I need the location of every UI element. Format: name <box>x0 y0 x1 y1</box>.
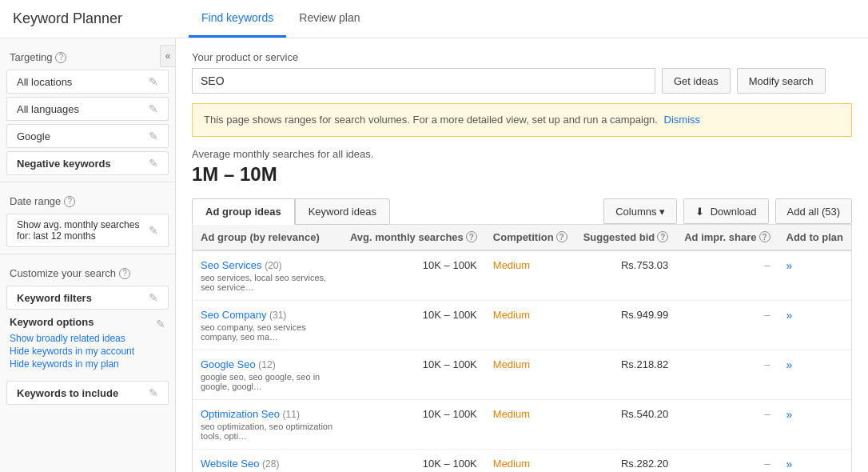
table-row: Website Seo (28) seo website, website se… <box>193 449 851 472</box>
add-to-plan-btn-1[interactable]: » <box>786 309 793 322</box>
show-broadly-related-link[interactable]: Show broadly related ideas <box>10 333 165 344</box>
table-row: Google Seo (12) google seo, seo google, … <box>193 350 851 399</box>
suggested-bid-help-icon[interactable]: ? <box>657 231 668 242</box>
avg-label: Average monthly searches for all ideas. <box>192 148 852 160</box>
search-input[interactable] <box>192 68 655 94</box>
th-avg-monthly: Avg. monthly searches ? <box>342 225 485 250</box>
table-row: Seo Services (20) seo services, local se… <box>193 250 851 301</box>
suggested-bid-cell-2: Rs.218.82 <box>575 350 677 399</box>
th-ad-group: Ad group (by relevance) <box>193 225 342 250</box>
main-content: Your product or service Get ideas Modify… <box>176 38 868 472</box>
sub-tabs: Ad group ideas Keyword ideas <box>192 198 390 225</box>
ad-group-keywords-3: seo optimization, seo optimization tools… <box>201 422 334 441</box>
competition-cell-4: Medium <box>485 449 575 472</box>
ad-impr-share-cell-0: – <box>676 250 778 301</box>
ad-impr-share-cell-1: – <box>676 300 778 350</box>
sidebar-item-date-range[interactable]: Show avg. monthly searches for: last 12 … <box>6 214 169 247</box>
edit-locations-icon[interactable]: ✎ <box>149 75 158 88</box>
add-to-plan-cell-3: » <box>778 399 852 449</box>
dismiss-link[interactable]: Dismiss <box>664 114 701 126</box>
get-ideas-button[interactable]: Get ideas <box>662 68 731 94</box>
customize-help-icon[interactable]: ? <box>119 268 130 279</box>
sidebar-item-keywords-to-include[interactable]: Keywords to include ✎ <box>6 381 169 405</box>
results-table: Ad group (by relevance) Avg. monthly sea… <box>193 225 851 473</box>
sidebar-collapse-button[interactable]: « <box>160 45 176 67</box>
body: Targeting ? All locations ✎ All language… <box>0 38 868 472</box>
sidebar: Targeting ? All locations ✎ All language… <box>0 38 176 472</box>
ad-impr-share-cell-3: – <box>676 399 778 449</box>
keyword-options-section: Keyword options ✎ Show broadly related i… <box>0 313 175 374</box>
avg-monthly-cell-3: 10K – 100K <box>342 399 485 449</box>
modify-search-button[interactable]: Modify search <box>737 68 826 94</box>
competition-cell-3: Medium <box>485 399 575 449</box>
download-icon: ⬇ <box>695 206 704 218</box>
hide-keywords-plan-link[interactable]: Hide keywords in my plan <box>10 358 165 370</box>
ad-impr-share-cell-4: – <box>676 449 778 472</box>
add-to-plan-cell-0: » <box>778 250 852 301</box>
edit-keyword-options-icon[interactable]: ✎ <box>156 318 165 330</box>
ad-impr-share-cell-2: – <box>676 350 778 399</box>
tab-find-keywords[interactable]: Find keywords <box>189 0 286 38</box>
add-to-plan-btn-3[interactable]: » <box>786 408 793 421</box>
date-range-help-icon[interactable]: ? <box>64 196 75 207</box>
customize-section: Customize your search ? <box>0 261 175 282</box>
edit-keyword-filters-icon[interactable]: ✎ <box>149 291 158 304</box>
tab-ad-group-ideas[interactable]: Ad group ideas <box>192 198 295 225</box>
columns-button[interactable]: Columns ▾ <box>603 198 677 224</box>
sidebar-item-google[interactable]: Google ✎ <box>6 124 169 148</box>
info-banner: This page shows ranges for search volume… <box>192 103 852 137</box>
date-range-section: Date range ? <box>0 189 175 210</box>
app-title: Keyword Planner <box>13 10 173 27</box>
ad-group-keywords-2: google seo, seo google, seo in google, g… <box>201 372 334 391</box>
date-range-label: Date range ? <box>10 195 165 207</box>
sidebar-item-languages[interactable]: All languages ✎ <box>6 97 169 121</box>
targeting-label: Targeting ? <box>10 51 165 63</box>
add-to-plan-btn-4[interactable]: » <box>786 458 793 470</box>
ad-group-keywords-1: seo company, seo services company, seo m… <box>201 322 334 342</box>
customize-label: Customize your search ? <box>10 267 165 279</box>
sidebar-item-keyword-filters[interactable]: Keyword filters ✎ <box>6 286 169 310</box>
ad-impr-share-help-icon[interactable]: ? <box>759 231 770 242</box>
targeting-help-icon[interactable]: ? <box>55 52 66 63</box>
ad-group-link-1[interactable]: Seo Company (31) <box>201 309 286 321</box>
edit-date-range-icon[interactable]: ✎ <box>149 224 158 237</box>
targeting-section: Targeting ? <box>0 45 175 66</box>
add-to-plan-btn-0[interactable]: » <box>786 259 793 272</box>
ad-group-link-0[interactable]: Seo Services (20) <box>201 259 282 271</box>
avg-monthly-cell-2: 10K – 100K <box>342 350 485 399</box>
sidebar-item-locations[interactable]: All locations ✎ <box>6 70 169 94</box>
avg-monthly-cell-0: 10K – 100K <box>342 250 485 301</box>
ad-group-cell-2: Google Seo (12) google seo, seo google, … <box>193 350 342 399</box>
table-row: Optimization Seo (11) seo optimization, … <box>193 399 851 449</box>
tab-keyword-ideas[interactable]: Keyword ideas <box>295 198 390 225</box>
avg-range: 1M – 10M <box>192 163 852 186</box>
ad-group-cell-4: Website Seo (28) seo website, website se… <box>193 449 342 472</box>
add-to-plan-cell-2: » <box>778 350 852 399</box>
avg-monthly-help-icon[interactable]: ? <box>466 231 477 242</box>
header: Keyword Planner Find keywords Review pla… <box>0 0 868 38</box>
edit-negative-keywords-icon[interactable]: ✎ <box>149 157 158 170</box>
suggested-bid-cell-3: Rs.540.20 <box>575 399 677 449</box>
avg-monthly-cell-1: 10K – 100K <box>342 300 485 350</box>
add-to-plan-btn-2[interactable]: » <box>786 358 793 371</box>
tab-review-plan[interactable]: Review plan <box>286 0 372 38</box>
tabs-bar: Ad group ideas Keyword ideas Columns ▾ ⬇… <box>192 198 852 225</box>
edit-languages-icon[interactable]: ✎ <box>149 102 158 115</box>
download-button[interactable]: ⬇ Download <box>683 198 768 224</box>
ad-group-keywords-0: seo services, local seo services, seo se… <box>201 273 334 292</box>
hide-keywords-account-link[interactable]: Hide keywords in my account <box>10 346 165 357</box>
th-add-to-plan: Add to plan <box>778 225 852 250</box>
edit-google-icon[interactable]: ✎ <box>149 130 158 142</box>
edit-keywords-to-include-icon[interactable]: ✎ <box>149 386 158 399</box>
ad-group-link-4[interactable]: Website Seo (28) <box>201 458 279 470</box>
competition-help-icon[interactable]: ? <box>556 231 567 242</box>
th-ad-impr-share: Ad impr. share ? <box>676 225 778 250</box>
sidebar-item-negative-keywords[interactable]: Negative keywords ✎ <box>6 151 169 175</box>
th-competition: Competition ? <box>485 225 575 250</box>
ad-group-link-2[interactable]: Google Seo (12) <box>201 358 276 370</box>
ad-group-cell-3: Optimization Seo (11) seo optimization, … <box>193 399 342 449</box>
ad-group-cell-0: Seo Services (20) seo services, local se… <box>193 250 342 301</box>
add-all-button[interactable]: Add all (53) <box>775 198 852 224</box>
competition-cell-0: Medium <box>485 250 575 301</box>
ad-group-link-3[interactable]: Optimization Seo (11) <box>201 408 300 420</box>
